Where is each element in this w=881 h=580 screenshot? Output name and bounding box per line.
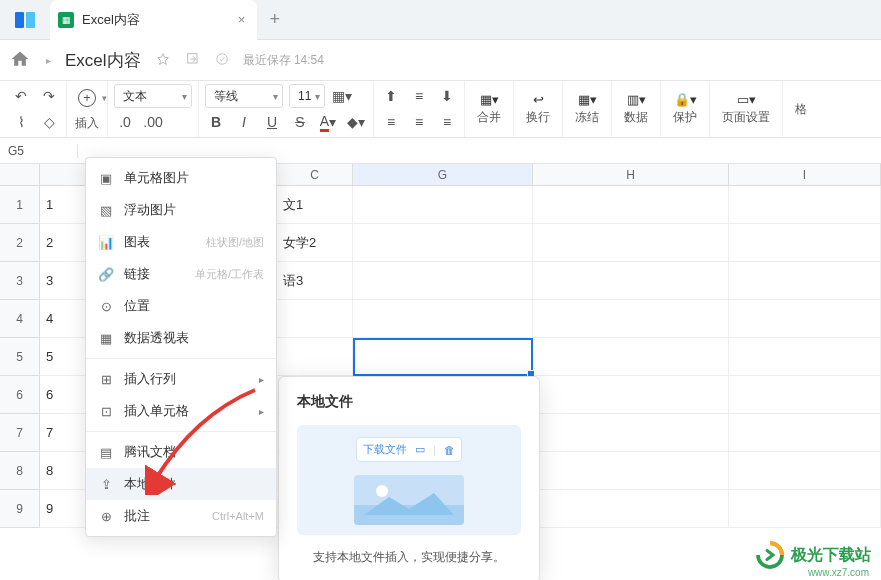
row-header[interactable]: 4 (0, 300, 40, 338)
cell[interactable] (729, 414, 881, 452)
row-header[interactable]: 7 (0, 414, 40, 452)
row-header[interactable]: 6 (0, 376, 40, 414)
cell[interactable] (277, 300, 353, 338)
align-center-button[interactable]: ≡ (408, 110, 430, 134)
cell[interactable] (729, 262, 881, 300)
menu-comment[interactable]: ⊕批注Ctrl+Alt+M (86, 500, 276, 532)
row-header[interactable]: 1 (0, 186, 40, 224)
clear-format-button[interactable]: ◇ (38, 110, 60, 134)
undo-button[interactable]: ↶ (10, 84, 32, 108)
image-icon: ▣ (98, 170, 114, 186)
redo-button[interactable]: ↷ (38, 84, 60, 108)
borders-button[interactable]: ▦▾ (331, 84, 353, 108)
cell[interactable]: 文1 (277, 186, 353, 224)
rowcol-icon: ⊞ (98, 371, 114, 387)
valign-mid-button[interactable]: ≡ (408, 84, 430, 108)
menu-location[interactable]: ⊙位置 (86, 290, 276, 322)
menu-chart[interactable]: 📊图表柱状图/地图 (86, 226, 276, 258)
col-header-c[interactable]: C (277, 164, 353, 185)
valign-top-button[interactable]: ⬆ (380, 84, 402, 108)
valign-bot-button[interactable]: ⬇ (436, 84, 458, 108)
cell[interactable] (533, 300, 729, 338)
preview-image-icon (354, 475, 464, 525)
nav-caret-icon[interactable]: ▸ (46, 55, 51, 66)
upload-icon: ⇪ (98, 476, 114, 492)
row-header[interactable]: 3 (0, 262, 40, 300)
merge-button[interactable]: ▦▾合并 (471, 92, 507, 126)
cell[interactable] (533, 376, 729, 414)
page-setup-button[interactable]: ▭▾页面设置 (716, 92, 776, 126)
cell[interactable] (729, 452, 881, 490)
close-icon[interactable]: × (238, 12, 246, 27)
cell[interactable] (277, 338, 353, 376)
cell[interactable] (353, 338, 533, 376)
menu-local-file[interactable]: ⇪本地文件 (86, 468, 276, 500)
col-header-g[interactable]: G (353, 164, 533, 185)
star-icon[interactable] (155, 51, 171, 70)
cell[interactable] (533, 186, 729, 224)
tab-active[interactable]: ▦ Excel内容 × (50, 0, 257, 40)
bold-button[interactable]: B (205, 110, 227, 134)
data-button[interactable]: ▥▾数据 (618, 92, 654, 126)
select-all-corner[interactable] (0, 164, 40, 185)
format-type-select[interactable]: 文本 (114, 84, 192, 108)
font-family-select[interactable]: 等线 (205, 84, 283, 108)
share-icon[interactable] (185, 51, 201, 70)
menu-tencent-doc[interactable]: ▤腾讯文档 (86, 436, 276, 468)
style-button[interactable]: 格 (789, 101, 813, 118)
app-logo[interactable] (0, 0, 50, 40)
cell[interactable] (729, 186, 881, 224)
italic-button[interactable]: I (233, 110, 255, 134)
cell[interactable] (533, 414, 729, 452)
cell[interactable] (729, 376, 881, 414)
name-box[interactable]: G5 (0, 144, 78, 158)
cell[interactable] (729, 338, 881, 376)
insert-plus-icon[interactable]: + (78, 89, 96, 107)
menu-pivot[interactable]: ▦数据透视表 (86, 322, 276, 354)
align-left-button[interactable]: ≡ (380, 110, 402, 134)
col-header-i[interactable]: I (729, 164, 881, 185)
protect-button[interactable]: 🔒▾保护 (667, 92, 703, 126)
document-title[interactable]: Excel内容 (65, 49, 141, 72)
cell[interactable] (533, 490, 729, 528)
font-color-button[interactable]: A▾ (317, 110, 339, 134)
cell[interactable] (353, 224, 533, 262)
wrap-button[interactable]: ↩换行 (520, 92, 556, 126)
tooltip-card: 本地文件 下载文件 ▭ | 🗑 支持本地文件插入，实现便捷分享。 (278, 376, 540, 580)
freeze-button[interactable]: ▦▾冻结 (569, 92, 605, 126)
row-header[interactable]: 8 (0, 452, 40, 490)
cell[interactable] (353, 186, 533, 224)
add-tab-button[interactable]: + (269, 9, 280, 30)
cell[interactable] (729, 224, 881, 262)
cell[interactable] (729, 300, 881, 338)
cell[interactable] (353, 262, 533, 300)
row-header[interactable]: 9 (0, 490, 40, 528)
cell[interactable] (533, 452, 729, 490)
menu-link[interactable]: 🔗链接单元格/工作表 (86, 258, 276, 290)
font-size-select[interactable]: 11 (289, 84, 325, 108)
align-right-button[interactable]: ≡ (436, 110, 458, 134)
format-painter-button[interactable]: ⌇ (10, 110, 32, 134)
home-icon[interactable] (10, 49, 32, 71)
row-header[interactable]: 5 (0, 338, 40, 376)
cell[interactable] (533, 224, 729, 262)
cell[interactable] (533, 262, 729, 300)
decrease-decimal-button[interactable]: .0 (114, 110, 136, 134)
sheets-icon: ▦ (58, 12, 74, 28)
cell[interactable]: 语3 (277, 262, 353, 300)
col-header-h[interactable]: H (533, 164, 729, 185)
menu-insert-cell[interactable]: ⊡插入单元格▸ (86, 395, 276, 427)
row-header[interactable]: 2 (0, 224, 40, 262)
cell[interactable] (729, 490, 881, 528)
cell[interactable] (533, 338, 729, 376)
menu-cell-image[interactable]: ▣单元格图片 (86, 162, 276, 194)
cell[interactable]: 女学2 (277, 224, 353, 262)
menu-insert-rowcol[interactable]: ⊞插入行列▸ (86, 363, 276, 395)
strike-button[interactable]: S (289, 110, 311, 134)
cell[interactable] (353, 300, 533, 338)
increase-decimal-button[interactable]: .00 (142, 110, 164, 134)
underline-button[interactable]: U (261, 110, 283, 134)
insert-label[interactable]: 插入 (75, 115, 99, 132)
menu-float-image[interactable]: ▧浮动图片 (86, 194, 276, 226)
fill-color-button[interactable]: ◆▾ (345, 110, 367, 134)
